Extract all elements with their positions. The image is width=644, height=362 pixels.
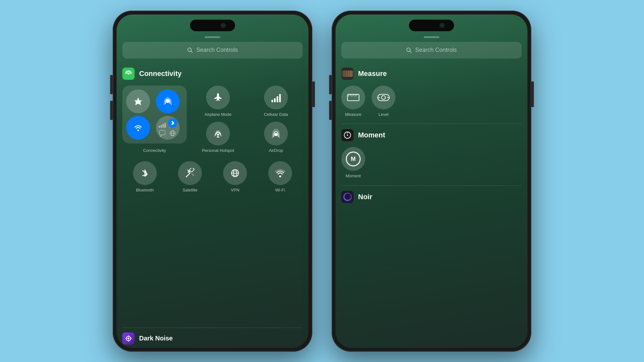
phone-1: Search Controls Connectivity	[113, 11, 312, 352]
noir-app-icon	[341, 191, 354, 203]
measure-section: Measure	[341, 68, 522, 117]
dynamic-island-2	[409, 20, 454, 31]
volume-up-button[interactable]	[110, 75, 113, 94]
power-button[interactable]	[312, 81, 315, 107]
airdrop-label: AirDrop	[269, 148, 283, 153]
search-bar-1[interactable]: Search Controls	[122, 42, 303, 59]
measure-header: Measure	[341, 68, 522, 80]
screen-content-1: Search Controls Connectivity	[117, 42, 308, 348]
globe-mini	[168, 130, 177, 137]
search-bar-2[interactable]: Search Controls	[341, 42, 522, 59]
mini-cluster	[156, 116, 180, 140]
wifi-bottom-item: Wi-Fi	[268, 161, 292, 193]
dynamic-island-1	[190, 20, 235, 31]
bluetooth-item: Bluetooth	[133, 161, 157, 193]
airdrop-btn[interactable]	[264, 122, 288, 145]
measure-label: Measure	[345, 112, 362, 117]
bluetooth-mini	[168, 118, 177, 127]
screen-content-2: Search Controls	[336, 42, 527, 348]
satellite-btn[interactable]	[178, 161, 202, 185]
scroll-indicator-2	[424, 36, 439, 38]
svg-point-4	[137, 129, 139, 131]
phone-screen-1: Search Controls Connectivity	[117, 14, 308, 348]
svg-point-24	[128, 338, 129, 339]
dark-noise-icon	[122, 332, 135, 345]
connectivity-cluster	[122, 86, 187, 144]
connectivity-icon	[122, 68, 135, 80]
level-control-item: Level	[372, 86, 395, 117]
personal-hotspot-item: Personal Hotspot	[191, 122, 245, 153]
measure-title: Measure	[358, 70, 387, 78]
connectivity-section: Connectivity	[122, 68, 303, 154]
bluetooth-btn[interactable]	[133, 161, 157, 185]
svg-rect-31	[347, 94, 359, 101]
noir-header: Noir	[341, 191, 522, 203]
scroll-indicator-1	[205, 36, 220, 38]
connectivity-cluster-label: Connectivity	[143, 148, 166, 153]
power-button-2[interactable]	[531, 81, 534, 107]
volume-down-button-2[interactable]	[329, 101, 332, 120]
moment-control-item: M Moment	[341, 147, 365, 179]
moment-section: Moment M Moment	[341, 129, 522, 179]
measure-control-item: Measure	[341, 86, 365, 117]
volume-up-button-2[interactable]	[329, 75, 332, 94]
svg-rect-5	[159, 130, 165, 135]
moment-title: Moment	[358, 131, 385, 139]
airdrop-cluster-btn[interactable]	[156, 89, 180, 113]
phone-frame-1: Search Controls Connectivity	[113, 11, 312, 352]
search-icon-2	[406, 47, 412, 53]
vpn-btn[interactable]	[223, 161, 247, 185]
airplane-cluster-btn[interactable]	[126, 89, 150, 113]
svg-point-39	[382, 96, 385, 99]
moment-app-icon	[341, 129, 354, 141]
divider-2	[341, 185, 522, 186]
cellular-data-item: Cellular Data	[249, 86, 303, 117]
moment-header: Moment	[341, 129, 522, 141]
moment-label: Moment	[346, 173, 361, 179]
connectivity-title: Connectivity	[139, 70, 182, 78]
search-label-1: Search Controls	[196, 47, 238, 53]
search-label-2: Search Controls	[415, 47, 457, 53]
volume-down-button[interactable]	[110, 101, 113, 120]
cellular-mini	[158, 118, 166, 128]
wifi-bottom-label: Wi-Fi	[275, 188, 285, 193]
cellular-data-btn[interactable]	[264, 86, 288, 109]
measure-btn[interactable]	[341, 86, 365, 109]
connectivity-header: Connectivity	[122, 68, 303, 80]
dark-noise-title: Dark Noise	[139, 335, 173, 342]
svg-point-2	[128, 73, 129, 75]
airdrop-item: AirDrop	[249, 122, 303, 153]
level-btn[interactable]	[372, 86, 395, 109]
svg-line-1	[191, 51, 193, 52]
measure-app-icon	[341, 68, 354, 80]
cellular-data-label: Cellular Data	[264, 112, 288, 117]
bluetooth-label: Bluetooth	[136, 188, 154, 193]
search-icon-1	[187, 47, 193, 53]
vpn-item: VPN	[223, 161, 247, 193]
personal-hotspot-label: Personal Hotspot	[202, 148, 234, 153]
connectivity-grid: Connectivity Airplane	[122, 86, 303, 154]
bottom-controls-row: Bluetooth	[122, 161, 303, 193]
wifi-bottom-btn[interactable]	[268, 161, 292, 185]
divider-1	[341, 124, 522, 124]
separate-controls: Airplane Mode	[191, 86, 303, 154]
svg-line-30	[410, 51, 412, 52]
dark-noise-section: Dark Noise	[122, 328, 303, 345]
airplane-mode-btn[interactable]	[206, 86, 230, 109]
satellite-label: Satellite	[183, 188, 197, 193]
svg-rect-12	[189, 168, 194, 172]
phone-2: Search Controls	[332, 11, 531, 352]
vpn-label: VPN	[231, 188, 240, 193]
wifi-cluster-btn[interactable]	[126, 116, 150, 140]
bubble-mini	[158, 130, 166, 137]
moment-m-badge: M	[346, 152, 361, 166]
moment-btn[interactable]: M	[341, 147, 365, 171]
personal-hotspot-btn[interactable]	[206, 122, 230, 145]
svg-point-3	[166, 100, 169, 103]
svg-point-43	[347, 135, 348, 136]
level-label: Level	[378, 112, 388, 117]
svg-point-22	[279, 175, 281, 177]
phone-screen-2: Search Controls	[336, 14, 527, 348]
moment-controls-row: M Moment	[341, 147, 522, 179]
svg-line-14	[192, 174, 194, 176]
